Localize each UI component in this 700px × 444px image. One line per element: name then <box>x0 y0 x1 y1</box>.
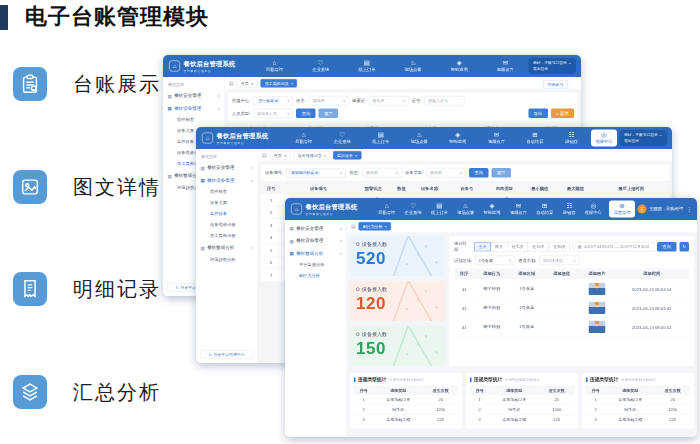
nav-item[interactable]: ⊞ 自动结算 <box>526 131 543 145</box>
user-account-box[interactable]: 您好，子账号已登录 → 退出登录 <box>528 58 576 74</box>
segment-15days[interactable]: 近15天 <box>528 242 549 252</box>
region-select[interactable]: 1号食堂∨ <box>475 256 515 266</box>
nav-item[interactable]: ◈ 智能追溯 <box>484 202 501 216</box>
unit-select[interactable]: 第一食堂 ⊗∨ <box>253 96 293 105</box>
query-button[interactable]: 查询 <box>469 168 489 178</box>
cell-area-link[interactable]: 1号食堂 <box>509 298 544 317</box>
nav-item[interactable]: ⊞ 自动结算 <box>536 202 553 216</box>
sidebar-item-devices[interactable]: ▦餐饮设备管理∨ <box>285 235 347 248</box>
cell-violation-type: 未规范戴口罩 <box>605 395 655 405</box>
cell-area-link[interactable]: 1号食堂 <box>509 280 544 299</box>
device-code-select[interactable]: AI智能分析盒 ⊗∨ <box>286 168 346 177</box>
segment-7days[interactable]: 近七天 <box>507 242 528 252</box>
cell-index: 1 <box>470 395 489 405</box>
nav-item-icon: ▤ <box>378 131 384 138</box>
user-account-box[interactable]: 您好，子账号已登录 → 退出登录 <box>619 130 667 146</box>
logout-link[interactable]: 退出登录 <box>624 138 663 144</box>
cell-area-link[interactable]: 1号食堂 <box>509 317 544 336</box>
sidebar-item-safety[interactable]: ▦餐饮安全管理∨ <box>285 222 347 235</box>
tab-repair-records[interactable]: 设备维修记录× <box>294 151 330 160</box>
violation-photo[interactable] <box>588 302 605 315</box>
nav-item[interactable]: ✉ 视频设置 <box>488 131 505 145</box>
refresh-button[interactable]: ↻ <box>679 242 689 252</box>
nav-item[interactable]: ▤ 线上订单 <box>358 59 375 73</box>
violation-photo[interactable] <box>588 283 605 296</box>
device-type-select[interactable]: 请选择∨ <box>426 168 466 178</box>
nav-item[interactable]: ☷ 进销存 <box>563 202 576 216</box>
tab-home[interactable]: 首页∨ <box>270 151 291 160</box>
sidebar-subitem[interactable]: 设备维修记录 <box>196 220 258 231</box>
nav-item[interactable]: ♡ 企业系统 <box>334 131 351 145</box>
reset-button[interactable]: 重置 <box>492 168 512 178</box>
add-button[interactable]: + 新增 <box>551 109 574 119</box>
nav-item[interactable]: ◎ 维保中心 <box>585 202 602 216</box>
sidebar-item-safety[interactable]: ▦餐饮安全管理∨ <box>196 162 258 175</box>
sidebar-subitem-active[interactable]: 监控设备 <box>196 209 258 220</box>
close-icon[interactable]: × <box>385 224 387 229</box>
nav-item-active[interactable]: ◎ 维保中心 <box>591 130 617 147</box>
close-icon[interactable]: × <box>291 81 293 86</box>
nav-item-label: 视频设置 <box>488 139 505 145</box>
sidebar-item-safety[interactable]: ▦餐饮安全管理∨ <box>163 90 225 103</box>
nav-item[interactable]: ♨ 现场点餐 <box>457 202 474 216</box>
sidebar-item-devices[interactable]: ▦餐饮设备管理∧ <box>196 174 258 187</box>
nav-item[interactable]: ⌂ 后勤管理 <box>378 202 395 216</box>
cert-no-input[interactable]: 请输入证号 <box>425 96 465 106</box>
nav-item[interactable]: ♨ 现场点餐 <box>405 59 422 73</box>
tab-ai-behavior[interactable]: AI行为分析× <box>359 222 391 231</box>
name-select[interactable]: 请选择∨ <box>309 96 349 106</box>
tab-home[interactable]: 首页∨ <box>237 79 258 88</box>
nav-item[interactable]: ☷ 进销存 <box>565 131 578 145</box>
dev-platform-link[interactable]: ↻开发平台/管理中心 <box>200 350 254 359</box>
person-type-select[interactable]: 请选择人员∨ <box>253 109 293 119</box>
tab-morning-check[interactable]: 员工晨检记录× <box>261 79 297 88</box>
close-icon[interactable]: × <box>324 153 326 158</box>
menu-icon: ▦ <box>201 178 205 183</box>
nav-item-icon: ✉ <box>494 131 499 138</box>
user-area[interactable]: 王 王丽丽，采购经理 ⋮ <box>638 205 693 214</box>
nav-item[interactable]: ▤ 线上订单 <box>372 131 389 145</box>
nav-item[interactable]: ✉ 视频设置 <box>510 202 527 216</box>
collapse-icon[interactable]: ▤ <box>262 153 267 159</box>
nav-item[interactable]: ♨ 现场点餐 <box>411 131 428 145</box>
date-range-picker[interactable]: ▦2023年03月01日 — 2023年11月30日 <box>573 242 654 252</box>
sidebar-subitem[interactable]: 环境趋势分析 <box>196 254 258 265</box>
logout-link[interactable]: 退出登录 <box>533 66 572 72</box>
status-select[interactable]: 请选择∨ <box>362 168 402 178</box>
violation-photo[interactable] <box>588 321 605 334</box>
nav-item[interactable]: ◈ 智能追溯 <box>449 131 466 145</box>
nav-item[interactable]: ✉ 视频设置 <box>497 59 514 73</box>
switch-account-button[interactable]: 切换账号 <box>543 80 568 89</box>
nav-item[interactable]: ⌂ 后勤管理 <box>266 59 283 73</box>
sidebar-item-analysis[interactable]: ▦餐饮数据分析∨ <box>196 242 258 255</box>
close-icon[interactable]: × <box>355 153 357 158</box>
nav-item-active[interactable]: ⊛ 运营管理 <box>609 201 635 218</box>
collapse-icon[interactable]: ▤ <box>351 224 356 230</box>
health-cert-select[interactable]: 请选择∨ <box>369 96 409 106</box>
sidebar-subitem[interactable]: 设备大屏 <box>196 198 258 209</box>
nav-item[interactable]: ♡ 企业系统 <box>405 202 422 216</box>
channel-select[interactable]: 请选择通道∨ <box>539 256 579 266</box>
tab-monitor-devices[interactable]: 监控设备× <box>333 151 361 160</box>
query-button[interactable]: 查询 <box>296 109 316 119</box>
nav-item[interactable]: ▤ 线上订单 <box>431 202 448 216</box>
export-button[interactable]: 导出 <box>528 109 548 119</box>
segment-yesterday[interactable]: 昨天 <box>491 242 508 252</box>
collapse-icon[interactable]: ▤ <box>229 81 234 87</box>
segment-30days[interactable]: 近30天 <box>549 242 570 252</box>
sidebar-subitem[interactable]: 员工晨检记录 <box>196 231 258 242</box>
nav-item[interactable]: ♡ 企业系统 <box>312 59 329 73</box>
query-button[interactable]: 查询 <box>657 242 677 252</box>
segment-all-day[interactable]: 全天 <box>474 242 491 252</box>
nav-item[interactable]: ⌂ 后勤管理 <box>295 131 312 145</box>
sidebar-item-devices[interactable]: ▦餐饮设备管理∧ <box>163 102 225 115</box>
more-menu-icon[interactable]: ⋮ <box>687 206 693 213</box>
nav-item-label: 现场点餐 <box>405 67 422 73</box>
sidebar-subitem[interactable]: 平台监测分析 <box>285 260 347 271</box>
sidebar-subitem[interactable]: 组件检查 <box>163 115 225 126</box>
sidebar-subitem-active[interactable]: AI行为分析 <box>285 271 347 282</box>
sidebar-item-analysis[interactable]: ▦餐饮数据分析∧ <box>285 247 347 260</box>
reset-button[interactable]: 重置 <box>319 109 339 119</box>
sidebar-subitem[interactable]: 组件检查 <box>196 187 258 198</box>
nav-item[interactable]: ◈ 智能追溯 <box>451 59 468 73</box>
